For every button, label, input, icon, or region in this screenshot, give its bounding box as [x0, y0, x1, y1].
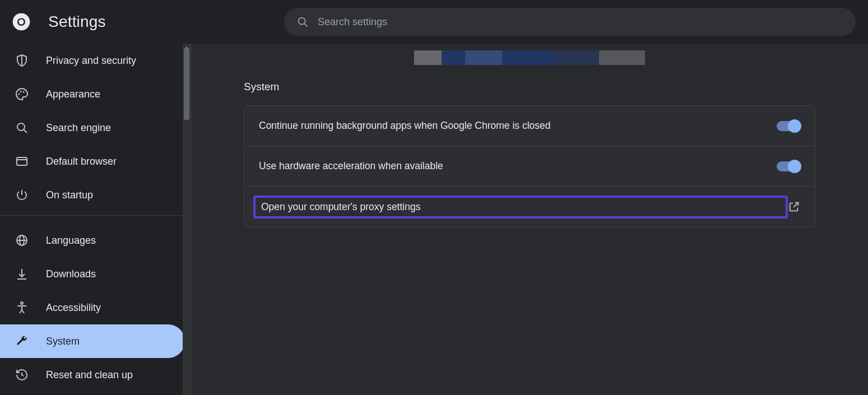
sidebar-item-reset[interactable]: Reset and clean up: [0, 358, 191, 392]
sidebar-item-privacy[interactable]: Privacy and security: [0, 44, 191, 77]
row-hardware-acceleration[interactable]: Use hardware acceleration when available: [244, 146, 815, 187]
sidebar-scrollbar[interactable]: ▲: [183, 44, 191, 395]
palette-icon: [15, 87, 29, 101]
app-header: Settings: [0, 0, 868, 44]
sidebar-item-label: System: [46, 336, 80, 347]
sidebar-item-label: Languages: [46, 235, 96, 247]
row-label: Continue running background apps when Go…: [259, 120, 777, 132]
svg-point-6: [20, 91, 22, 92]
sidebar-item-label: Appearance: [46, 89, 100, 100]
sidebar-item-label: On startup: [46, 189, 93, 201]
svg-line-9: [24, 130, 27, 133]
svg-point-7: [23, 91, 25, 93]
search-input[interactable]: [318, 16, 843, 28]
svg-point-3: [299, 18, 305, 25]
sidebar-item-on-startup[interactable]: On startup: [0, 178, 191, 212]
wrench-icon: [15, 334, 29, 348]
search-icon: [296, 16, 309, 28]
system-settings-card: Continue running background apps when Go…: [244, 105, 815, 227]
svg-point-2: [19, 20, 24, 25]
row-label: Open your computer's proxy settings: [253, 196, 788, 219]
sidebar-item-label: Accessibility: [46, 302, 101, 314]
sidebar-item-label: Privacy and security: [46, 55, 136, 67]
sidebar-item-languages[interactable]: Languages: [0, 224, 191, 257]
svg-point-5: [18, 94, 20, 95]
svg-point-16: [21, 302, 23, 304]
row-label: Use hardware acceleration when available: [259, 160, 777, 172]
toggle-knob: [788, 160, 801, 173]
external-link-icon: [788, 201, 800, 213]
sidebar-item-label: Search engine: [46, 122, 111, 134]
sidebar-item-label: Reset and clean up: [46, 369, 133, 381]
page-title: Settings: [48, 13, 106, 31]
search-field-container[interactable]: [284, 8, 856, 36]
svg-line-4: [304, 24, 307, 26]
sidebar-item-system[interactable]: System: [0, 324, 185, 358]
sidebar-item-label: Downloads: [46, 268, 96, 280]
scrollbar-thumb[interactable]: [184, 48, 189, 120]
chrome-logo-icon: [12, 13, 30, 31]
sidebar-item-downloads[interactable]: Downloads: [0, 257, 191, 291]
sidebar-item-default-browser[interactable]: Default browser: [0, 145, 191, 178]
browser-icon: [15, 154, 29, 169]
sidebar-item-appearance[interactable]: Appearance: [0, 77, 191, 111]
sidebar-item-accessibility[interactable]: Accessibility: [0, 291, 191, 324]
restore-icon: [15, 368, 29, 382]
download-icon: [15, 267, 29, 281]
sidebar-separator: [0, 215, 191, 216]
power-icon: [15, 188, 29, 202]
main-content: System Continue running background apps …: [191, 44, 868, 395]
accessibility-icon: [15, 300, 29, 315]
search-icon: [15, 120, 29, 135]
toggle-knob: [788, 119, 801, 133]
redacted-banner: [414, 50, 645, 65]
globe-icon: [15, 233, 29, 248]
shield-icon: [15, 53, 29, 68]
svg-rect-10: [17, 157, 27, 165]
toggle-hardware-acceleration[interactable]: [777, 161, 800, 171]
sidebar: Privacy and security Appearance Search e…: [0, 44, 191, 395]
svg-point-8: [17, 123, 25, 131]
row-open-proxy-settings[interactable]: Open your computer's proxy settings: [244, 187, 815, 227]
section-title: System: [244, 81, 815, 93]
sidebar-item-label: Default browser: [46, 156, 117, 168]
toggle-background-apps[interactable]: [777, 121, 800, 131]
row-background-apps[interactable]: Continue running background apps when Go…: [244, 106, 815, 146]
sidebar-item-search-engine[interactable]: Search engine: [0, 111, 191, 145]
